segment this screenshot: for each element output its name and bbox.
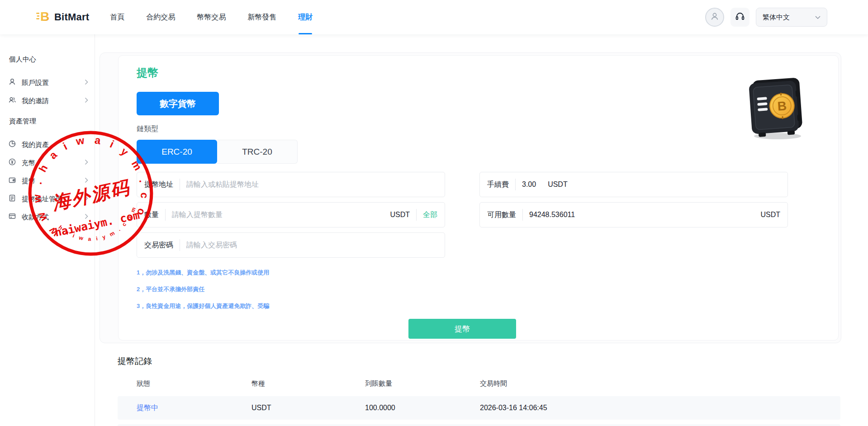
time-cell: 2026-03-16 14:06:45 — [480, 404, 840, 412]
note-line: 1，勿涉及洗黑錢、資金盤、或其它不良操作或使用 — [137, 269, 838, 277]
note-line: 3，良性資金用途，保護好個人資產避免欺詐、受騙 — [137, 302, 838, 310]
tab-erc20[interactable]: ERC-20 — [137, 140, 217, 164]
safe-illustration: B — [742, 75, 810, 144]
sidebar-item-account-settings[interactable]: 賬戶設置 — [8, 74, 88, 92]
table-row: Paid USDT 100.0000 2026-03-16 13:16:00 — [118, 424, 840, 426]
users-icon — [8, 96, 16, 106]
divider — [416, 209, 417, 221]
withdraw-panel: 提幣 數字貨幣 鏈類型 ERC-20 TRC-20 提幣地址 手續費 — [100, 52, 841, 343]
sidebar-item-payment-methods[interactable]: 收款方式 — [8, 208, 88, 226]
amount-all-button[interactable]: 全部 — [423, 210, 437, 220]
coin-cell: USDT — [251, 404, 365, 412]
available-unit: USDT — [760, 211, 780, 219]
chevron-right-icon — [85, 79, 88, 87]
chevron-right-icon — [85, 195, 88, 203]
coin-yen-icon — [8, 158, 16, 168]
divider — [180, 179, 180, 190]
withdraw-records-section: 提幣記錄 狀態 幣種 到賬數量 交易時間 提幣中 USDT 100.0000 2… — [118, 355, 841, 426]
amount-label: 數量 — [144, 210, 159, 220]
amount-field: 數量 USDT 全部 — [137, 202, 445, 227]
user-icon — [710, 11, 720, 23]
withdraw-notes: 1，勿涉及洗黑錢、資金盤、或其它不良操作或使用 2，平台並不承擔外部責任 3，良… — [137, 269, 838, 310]
sidebar-item-label: 提幣 — [22, 177, 35, 185]
wallet-icon — [8, 176, 16, 186]
withdraw-form: 提幣地址 手續費 3.00 USDT 數量 — [137, 172, 838, 258]
chain-tabs: ERC-20 TRC-20 — [137, 140, 838, 164]
status-badge: 提幣中 — [137, 403, 251, 413]
sidebar-item-deposit[interactable]: 充幣 — [8, 154, 88, 172]
divider — [180, 239, 180, 251]
withdraw-submit-button[interactable]: 提幣 — [408, 319, 516, 339]
withdraw-address-input[interactable] — [186, 180, 437, 189]
fee-field: 手續費 3.00 USDT — [479, 172, 788, 197]
records-table: 狀態 幣種 到賬數量 交易時間 提幣中 USDT 100.0000 2026-0… — [118, 375, 840, 426]
nav-futures[interactable]: 合約交易 — [146, 0, 175, 34]
user-avatar[interactable] — [705, 8, 724, 27]
nav-spot[interactable]: 幣幣交易 — [197, 0, 226, 34]
records-header-row: 狀態 幣種 到賬數量 交易時間 — [118, 375, 840, 392]
user-icon — [8, 78, 16, 88]
nav-home[interactable]: 首頁 — [110, 0, 124, 34]
page-title: 提幣 — [137, 66, 838, 80]
col-time: 交易時間 — [480, 379, 840, 388]
brand-name: BitMart — [54, 11, 89, 23]
available-field: 可用數量 94248.536011 USDT — [479, 202, 788, 227]
chevron-right-icon — [85, 213, 88, 221]
records-title: 提幣記錄 — [118, 355, 841, 367]
sidebar-section-assets: 資產管理 — [8, 117, 88, 126]
sidebar-item-label: 我的資產 — [22, 141, 49, 149]
chevron-right-icon — [85, 177, 88, 185]
main-content: 提幣 數字貨幣 鏈類型 ERC-20 TRC-20 提幣地址 手續費 — [95, 34, 868, 426]
sidebar-item-my-invitation[interactable]: 我的邀請 — [8, 92, 88, 110]
svg-text:B: B — [777, 99, 787, 113]
password-label: 交易密碼 — [144, 241, 173, 250]
sidebar-item-label: 我的邀請 — [22, 97, 49, 105]
main-nav: 首頁 合約交易 幣幣交易 新幣發售 理財 — [110, 0, 313, 34]
divider — [165, 209, 166, 221]
chain-type-label: 鏈類型 — [137, 124, 838, 134]
withdraw-address-field: 提幣地址 — [137, 172, 445, 197]
sidebar-section-personal: 個人中心 — [8, 55, 88, 64]
sidebar-item-withdraw[interactable]: 提幣 — [8, 172, 88, 190]
chevron-down-icon — [815, 13, 821, 21]
password-field: 交易密碼 — [137, 232, 445, 258]
col-status: 狀態 — [137, 379, 251, 388]
divider — [515, 179, 516, 190]
sidebar: 個人中心 賬戶設置 我的邀請 — [0, 34, 95, 426]
nav-earn[interactable]: 理財 — [298, 0, 313, 34]
document-list-icon — [8, 194, 16, 204]
sidebar-item-address-management[interactable]: 提幣地址管理 — [8, 190, 88, 208]
bank-card-icon — [8, 212, 16, 222]
nav-launchpad[interactable]: 新幣發售 — [247, 0, 276, 34]
amount-input[interactable] — [172, 211, 390, 219]
fee-value: 3.00 — [522, 180, 536, 189]
sidebar-item-my-assets[interactable]: 我的資產 — [8, 136, 88, 154]
pie-chart-icon — [8, 140, 16, 150]
currency-type-button[interactable]: 數字貨幣 — [137, 92, 219, 115]
password-input[interactable] — [186, 241, 437, 249]
svg-text:B: B — [40, 9, 49, 24]
brand[interactable]: B BitMart — [36, 8, 89, 26]
withdraw-card: 提幣 數字貨幣 鏈類型 ERC-20 TRC-20 提幣地址 手續費 — [118, 55, 839, 341]
sidebar-item-label: 收款方式 — [22, 213, 49, 222]
fee-unit: USDT — [548, 180, 568, 189]
bitmart-logo-icon: B — [36, 8, 50, 26]
chevron-right-icon — [85, 159, 88, 167]
amount-cell: 100.0000 — [365, 404, 480, 412]
support-button[interactable] — [730, 8, 749, 27]
sidebar-item-label: 賬戶設置 — [22, 79, 49, 87]
col-coin: 幣種 — [251, 379, 365, 388]
language-label: 繁体中文 — [763, 13, 790, 22]
note-line: 2，平台並不承擔外部責任 — [137, 285, 838, 293]
header-right: 繁体中文 — [705, 8, 827, 27]
table-row: 提幣中 USDT 100.0000 2026-03-16 14:06:45 — [118, 396, 840, 420]
sidebar-item-label: 提幣地址管理 — [22, 195, 62, 204]
headset-icon — [735, 11, 745, 24]
sidebar-item-label: 充幣 — [22, 159, 35, 167]
tab-trc20[interactable]: TRC-20 — [217, 140, 298, 164]
language-selector[interactable]: 繁体中文 — [756, 8, 827, 27]
chevron-right-icon — [85, 97, 88, 105]
address-label: 提幣地址 — [144, 180, 173, 189]
divider — [522, 209, 523, 221]
amount-unit: USDT — [390, 211, 410, 219]
